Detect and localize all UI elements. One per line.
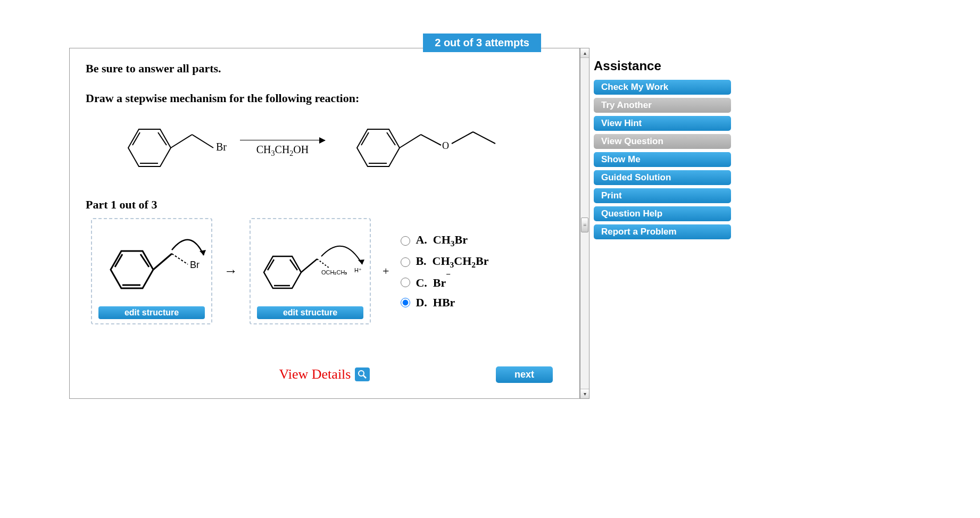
answer-choices: A. CH3Br B. CH3CH2Br C. Br− D. HBr (401, 233, 488, 309)
svg-text:OCH₂CH₃: OCH₂CH₃ (321, 269, 347, 275)
svg-line-20 (172, 254, 188, 264)
scrollbar[interactable]: ▴ ≡ ▾ (580, 48, 589, 399)
svg-line-5 (192, 135, 213, 148)
svg-text:H⁺: H⁺ (354, 267, 362, 273)
assist-view-hint-button[interactable]: View Hint (594, 116, 731, 131)
reaction-scheme: Br CH3CH2OH O (107, 116, 563, 182)
svg-line-10 (400, 135, 421, 148)
plus-sign: + (383, 264, 389, 278)
choice-b-text: B. CH3CH2Br (416, 254, 488, 270)
svg-line-14 (473, 132, 495, 144)
svg-line-33 (363, 375, 366, 378)
assist-show-me-button[interactable]: Show Me (594, 152, 731, 167)
product-structure: O (341, 116, 501, 182)
assist-guided-solution-button[interactable]: Guided Solution (594, 170, 731, 185)
choice-d[interactable]: D. HBr (401, 296, 488, 310)
scroll-down-button[interactable]: ▾ (580, 389, 589, 398)
assistance-title: Assistance (594, 59, 743, 73)
scroll-thumb[interactable]: ≡ (581, 218, 588, 232)
instruction-text: Be sure to answer all parts. (86, 62, 563, 76)
assist-report-a-problem-button[interactable]: Report a Problem (594, 224, 731, 239)
reactant-br-label: Br (216, 141, 227, 153)
choice-a-radio[interactable] (401, 236, 410, 246)
svg-line-27 (301, 259, 317, 272)
choice-b[interactable]: B. CH3CH2Br (401, 254, 488, 270)
scroll-track[interactable]: ≡ (580, 58, 589, 389)
reactant-structure: Br (107, 116, 224, 182)
choice-d-text: D. HBr (416, 296, 455, 310)
assist-try-another-button: Try Another (594, 98, 731, 113)
scroll-up-button[interactable]: ▴ (580, 48, 589, 58)
assist-print-button[interactable]: Print (594, 188, 731, 203)
structure-box-2[interactable]: OCH₂CH₃ H⁺ edit structure (250, 218, 371, 324)
assistance-panel: Assistance Check My WorkTry AnotherView … (594, 48, 743, 399)
choice-c[interactable]: C. Br− (401, 275, 488, 290)
svg-line-19 (153, 254, 172, 270)
choice-c-text: C. Br− (416, 275, 451, 290)
svg-marker-0 (128, 129, 171, 166)
assist-view-question-button: View Question (594, 134, 731, 149)
edit-structure-2-button[interactable]: edit structure (257, 306, 363, 319)
reaction-arrow: CH3CH2OH (240, 140, 325, 158)
svg-line-28 (317, 259, 329, 268)
svg-line-11 (421, 135, 441, 145)
svg-point-32 (359, 371, 364, 376)
choice-a-text: A. CH3Br (416, 233, 468, 248)
svg-text:O: O (442, 140, 449, 151)
choice-d-radio[interactable] (401, 298, 410, 307)
question-panel: 2 out of 3 attempts Be sure to answer al… (69, 48, 580, 399)
svg-text:Br: Br (190, 260, 200, 270)
svg-marker-31 (358, 260, 364, 264)
view-details-link[interactable]: View Details (279, 366, 370, 382)
choice-b-radio[interactable] (401, 257, 410, 267)
svg-marker-6 (357, 129, 400, 166)
next-button[interactable]: next (496, 366, 553, 383)
view-details-label: View Details (279, 366, 351, 382)
svg-marker-23 (264, 256, 301, 288)
choice-c-radio[interactable] (401, 278, 410, 287)
mechanism-arrow: → (222, 263, 240, 279)
svg-line-4 (171, 135, 192, 148)
svg-line-13 (452, 132, 473, 144)
choice-a[interactable]: A. CH3Br (401, 233, 488, 248)
assist-check-my-work-button[interactable]: Check My Work (594, 80, 731, 95)
mechanism-row: Br edit structure → (91, 218, 563, 324)
part-label: Part 1 out of 3 (86, 198, 563, 212)
question-prompt: Draw a stepwise mechanism for the follow… (86, 91, 563, 105)
attempts-badge: 2 out of 3 attempts (423, 34, 541, 52)
reagent-label: CH3CH2OH (256, 144, 309, 158)
svg-marker-15 (111, 251, 153, 288)
structure-box-1[interactable]: Br edit structure (91, 218, 212, 324)
assist-question-help-button[interactable]: Question Help (594, 206, 731, 221)
magnifier-icon (355, 367, 370, 381)
edit-structure-1-button[interactable]: edit structure (98, 306, 205, 319)
